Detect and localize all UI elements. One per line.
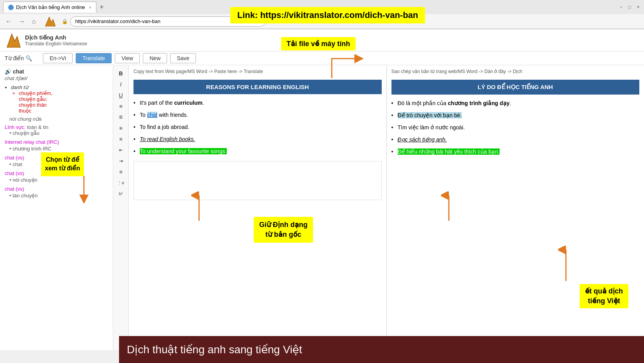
annotation-giu-dinh-dang: Giữ Định dạngtừ bản gốc	[254, 217, 313, 243]
sidebar-see-more: nói chung nữa	[9, 116, 108, 122]
sidebar-category-section: Lĩnh vực: toán & tin • chuyện gẫu	[5, 124, 108, 136]
result-heading: LÝ DO ĐỂ HỌC TIẾNG ANH	[391, 80, 640, 95]
arrow-result-up	[558, 246, 574, 285]
result-bullet-2: Để trò chuyện với bạn bè.	[391, 111, 640, 120]
source-bullet-1: It's part of the curriculum.	[133, 99, 382, 107]
search-icon[interactable]: 🔍	[25, 55, 32, 61]
sidebar-sub-list: chuyện phiếm,chuyện gẫu;chuyện thânthuộc	[19, 90, 108, 114]
sidebar-irc-item: • chương trình IRC	[9, 146, 108, 152]
dict-label: Từ điển	[5, 55, 24, 61]
read-books-italic: To read English books.	[140, 136, 195, 142]
doc-sach-italic: Đọc sách tiếng anh.	[398, 136, 447, 143]
save-button[interactable]: Save	[170, 53, 196, 63]
h1-button[interactable]: h¹	[115, 189, 127, 199]
new-tab-button[interactable]: +	[96, 2, 107, 13]
align-center-button[interactable]: ≡	[115, 101, 127, 111]
result-bullet-1: Đó là một phần của chương trình giảng dạ…	[391, 99, 640, 107]
annotation-chon-tu: Chọn từ đểxem từ điển	[41, 152, 84, 176]
sidebar-chat-vs3: chat (vs) • tán chuyện	[5, 186, 108, 198]
browser-tab[interactable]: Dịch Văn bản tiếng Anh online ×	[3, 2, 96, 13]
maximize-button[interactable]: □	[627, 4, 632, 10]
new-button[interactable]: New	[143, 53, 167, 63]
songs-highlight: To understand your favourite songs.	[140, 148, 227, 154]
sidebar-main-list: danh từ chuyện phiếm,chuyện gẫu;chuyện t…	[11, 84, 108, 114]
list-num-button[interactable]: ⋮≡	[115, 178, 127, 188]
arrow-giu-dinh-dang-up-left	[191, 191, 207, 223]
result-bullet-list: Đó là một phần của chương trình giảng dạ…	[391, 99, 640, 156]
dict-section: Từ điển 🔍	[5, 55, 32, 61]
translate-button[interactable]: Translate	[76, 53, 112, 63]
logo-title: Dịch tiếng Anh	[25, 34, 87, 41]
source-bullet-5: To understand your favourite songs.	[133, 147, 382, 156]
source-panel: Copy text from Web page/MS Word -> Paste…	[129, 65, 387, 350]
source-bullet-list: It's part of the curriculum. To chat wit…	[133, 99, 382, 156]
underline-button[interactable]: U	[115, 90, 127, 100]
chat-link[interactable]: chat	[147, 112, 157, 118]
sidebar: 🔊 chat chat /tʃæt/ danh từ chuyện phiếm,…	[0, 65, 113, 350]
result-content: LÝ DO ĐỂ HỌC TIẾNG ANH Đó là một phần củ…	[387, 77, 644, 350]
source-textarea[interactable]	[133, 161, 382, 200]
source-bullet-4: To read English books.	[133, 135, 382, 143]
arrow-giu-dinh-dang-up-right	[441, 191, 457, 223]
align-right-button[interactable]: ≡	[115, 123, 127, 133]
chuong-trinh-bold: chương trình giảng dạy	[448, 100, 509, 106]
app-logo: Dịch tiếng Anh Translate English-Vietnam…	[5, 32, 87, 49]
logo-icon	[5, 32, 22, 49]
bai-hat-highlight: Để hiểu những bài hát yêu thích của bạn.	[398, 148, 500, 155]
indent-left-button[interactable]: ⇤	[115, 145, 127, 155]
logo-subtitle: Translate English-Vietnamese	[25, 41, 87, 46]
sidebar-sound[interactable]: 🔊 chat	[5, 68, 108, 75]
result-bullet-3: Tìm việc làm ở nước ngoài.	[391, 123, 640, 132]
sidebar-category-item: • chuyện gẫu	[9, 130, 108, 136]
forward-button[interactable]: →	[16, 17, 27, 26]
sidebar-category-label: Lĩnh vực:	[5, 124, 27, 130]
bottom-annotation: Dịch thuật tiếng anh sang tiếng Việt	[119, 336, 644, 363]
sidebar-category-value: toán & tin	[27, 124, 48, 130]
tro-chuyen-highlight: Để trò chuyện với bạn bè.	[398, 112, 462, 118]
toolbar: Từ điển 🔍 En->Vi Translate View New Save	[0, 52, 644, 65]
view-button[interactable]: View	[115, 53, 140, 63]
nav-logo-icon	[44, 15, 56, 28]
indent-right-button[interactable]: ⇥	[115, 156, 127, 166]
danh-tu-label: danh từ	[11, 84, 28, 90]
sidebar-irc-title: Internet relay chat (IRC)	[5, 139, 108, 145]
source-bullet-2: To chat with friends.	[133, 111, 382, 119]
tab-close-btn[interactable]: ×	[89, 5, 91, 10]
result-hint: Sao chép văn bản từ trang web/MS Word ->…	[387, 65, 644, 77]
source-bullet-3: To find a job abroad.	[133, 123, 382, 131]
annotation-link: Link: https://vikitranslator.com/dich-va…	[230, 7, 425, 23]
sidebar-sub-item-1: chuyện phiếm,chuyện gẫu;chuyện thânthuộc	[19, 90, 108, 114]
back-button[interactable]: ←	[3, 17, 14, 26]
sidebar-chat-vs3-title: chat (vs)	[5, 186, 108, 192]
source-content[interactable]: REASONS FOR LEARNING ENGLISH It's part o…	[129, 77, 386, 350]
sidebar-irc-section: Internet relay chat (IRC) • chương trình…	[5, 139, 108, 152]
sidebar-word: chat	[13, 68, 24, 75]
align-left-button[interactable]: ≡	[115, 112, 127, 122]
tab-favicon	[8, 5, 14, 10]
tab-title: Dịch Văn bản tiếng Anh online	[16, 4, 85, 10]
arrow-to-save	[328, 51, 375, 82]
annotation-tai-file: Tải file về máy tính	[281, 37, 356, 50]
list-button[interactable]: ≡	[115, 167, 127, 177]
sound-icon[interactable]: 🔊	[5, 68, 11, 75]
formatting-toolbar: B I U ≡ ≡ ≡ ≡ ⇤ ⇥ ≡ ⋮≡ h¹	[113, 65, 129, 350]
home-button[interactable]: ⌂	[30, 17, 38, 26]
bold-button[interactable]: B	[115, 68, 127, 79]
nav-lock-icon: 🔒	[62, 18, 68, 24]
annotation-result: ết quả dịchtiếng Việt	[580, 284, 628, 308]
result-bullet-4: Đọc sách tiếng anh.	[391, 136, 640, 144]
italic-button[interactable]: I	[115, 79, 127, 89]
en-vi-button[interactable]: En->Vi	[43, 53, 73, 63]
arrow-chon-tu	[76, 176, 92, 203]
sidebar-chat-vs3-item: • tán chuyện	[9, 193, 108, 198]
sidebar-phonetic: chat /tʃæt/	[5, 75, 108, 81]
curriculum-bold: curriculum	[174, 100, 202, 106]
justify-button[interactable]: ≡	[115, 134, 127, 144]
main-content: 🔊 chat chat /tʃæt/ danh từ chuyện phiếm,…	[0, 65, 644, 350]
close-button[interactable]: ×	[635, 4, 641, 10]
sidebar-chat-vs2-item: • nói chuyện	[9, 177, 108, 183]
result-bullet-5: Để hiểu những bài hát yêu thích của bạn.	[391, 148, 640, 156]
minimize-button[interactable]: −	[618, 4, 624, 10]
